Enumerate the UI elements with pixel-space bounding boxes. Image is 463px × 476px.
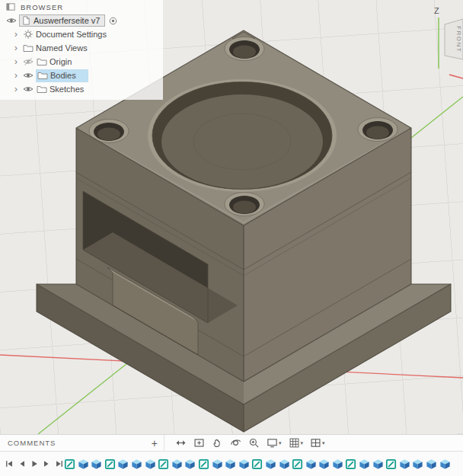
item-label: Document Settings	[36, 30, 107, 39]
extrude-icon	[332, 458, 343, 470]
bodies-selection-highlight[interactable]: Bodies	[36, 69, 88, 82]
timeline-feature-28-extrude[interactable]	[426, 458, 437, 470]
expand-chevron-icon[interactable]: ›	[12, 85, 20, 93]
browser-header[interactable]: BROWSER	[0, 0, 163, 14]
timeline-feature-19-extrude[interactable]	[305, 458, 317, 470]
expand-chevron-icon[interactable]: ›	[12, 58, 20, 65]
add-comment-button[interactable]: +	[152, 438, 158, 449]
timeline-feature-23-extrude[interactable]	[359, 458, 370, 470]
extrude-icon	[184, 458, 196, 470]
panel-icon	[6, 2, 16, 12]
timeline-feature-22-sketch[interactable]	[345, 458, 356, 470]
expand-chevron-icon[interactable]: ›	[12, 44, 20, 52]
timeline-feature-25-sketch[interactable]	[385, 458, 397, 470]
dropdown-caret-icon: ▾	[279, 440, 282, 446]
extrude-icon	[372, 458, 384, 470]
browser-item-bodies[interactable]: › Bodies	[0, 69, 163, 82]
timeline-feature-15-sketch[interactable]	[251, 458, 263, 470]
zoom-button[interactable]	[248, 437, 260, 449]
step-forward-button[interactable]	[42, 459, 51, 469]
timeline-feature-3-extrude[interactable]	[91, 458, 102, 470]
browser-panel: BROWSER Auswerferseite v7 › Document Set…	[0, 0, 163, 100]
comments-panel[interactable]: COMMENTS +	[0, 435, 164, 451]
skip-start-icon	[5, 459, 14, 468]
timeline-feature-21-extrude[interactable]	[332, 458, 343, 470]
visibility-eye-icon[interactable]	[22, 84, 34, 95]
visibility-eye-icon[interactable]	[22, 70, 34, 81]
browser-item-origin[interactable]: › Origin	[0, 55, 163, 69]
pan-icon	[175, 437, 187, 449]
timeline-bar	[0, 451, 463, 476]
bottom-bar: COMMENTS + ▾▾▾	[0, 434, 463, 451]
timeline-feature-20-extrude[interactable]	[318, 458, 330, 470]
timeline-feature-5-extrude[interactable]	[117, 458, 129, 470]
extrude-icon	[305, 458, 317, 470]
timeline-feature-24-extrude[interactable]	[372, 458, 384, 470]
browser-item-sketches[interactable]: › Sketches	[0, 82, 163, 96]
item-label: Named Views	[36, 43, 88, 53]
visibility-eye-off-icon[interactable]	[22, 56, 34, 68]
sketch-icon	[345, 458, 356, 470]
dropdown-caret-icon: ▾	[322, 440, 325, 446]
extrude-icon	[131, 458, 142, 470]
document-name-box[interactable]: Auswerferseite v7	[19, 14, 105, 27]
timeline-feature-18-sketch[interactable]	[292, 458, 303, 470]
timeline-feature-12-extrude[interactable]	[212, 458, 223, 470]
timeline-feature-27-extrude[interactable]	[412, 458, 423, 470]
visibility-eye-icon[interactable]	[5, 15, 17, 27]
timeline-feature-1-sketch[interactable]	[64, 458, 75, 470]
active-document-radio-icon[interactable]	[107, 15, 119, 27]
skip-end-button[interactable]	[55, 459, 64, 469]
timeline-feature-16-extrude[interactable]	[265, 458, 276, 470]
timeline-feature-9-extrude[interactable]	[171, 458, 183, 470]
sketch-icon	[292, 458, 303, 470]
hand-button[interactable]	[212, 437, 223, 449]
step-back-icon	[18, 459, 27, 468]
eye-icon	[23, 84, 34, 94]
viewcube[interactable]: Z FRONT	[423, 2, 463, 85]
extrude-icon	[412, 458, 423, 470]
browser-item-document[interactable]: Auswerferseite v7	[0, 14, 163, 27]
timeline-feature-7-extrude[interactable]	[145, 458, 156, 470]
sketch-icon	[104, 458, 116, 470]
timeline-feature-13-extrude[interactable]	[225, 458, 236, 470]
timeline-feature-14-extrude[interactable]	[238, 458, 250, 470]
viewports-button[interactable]: ▾	[310, 437, 325, 449]
sketch-icon	[158, 458, 169, 470]
timeline-feature-10-extrude[interactable]	[184, 458, 196, 470]
folder-icon	[22, 43, 34, 54]
nav-toolbar: ▾▾▾	[175, 437, 325, 449]
extrude-icon	[279, 458, 290, 470]
step-back-button[interactable]	[17, 459, 26, 469]
timeline-feature-29-extrude[interactable]	[439, 458, 451, 470]
fit-icon	[193, 437, 205, 449]
timeline-feature-2-extrude[interactable]	[78, 458, 89, 470]
expand-chevron-icon[interactable]: ›	[12, 72, 20, 79]
browser-item-named-views[interactable]: › Named Views	[0, 41, 163, 55]
timeline-feature-8-sketch[interactable]	[158, 458, 169, 470]
fit-button[interactable]	[193, 437, 205, 449]
timeline-feature-17-extrude[interactable]	[279, 458, 290, 470]
extrude-icon	[318, 458, 330, 470]
viewport-canvas[interactable]: BROWSER Auswerferseite v7 › Document Set…	[0, 0, 463, 434]
display-settings-button[interactable]: ▾	[267, 437, 282, 449]
play-button[interactable]	[30, 459, 39, 469]
browser-item-document-settings[interactable]: › Document Settings	[0, 27, 163, 41]
timeline-features	[64, 458, 463, 470]
timeline-feature-6-extrude[interactable]	[131, 458, 142, 470]
skip-end-icon	[55, 459, 64, 468]
play-icon	[30, 459, 39, 468]
extrude-icon	[238, 458, 250, 470]
timeline-feature-11-sketch[interactable]	[198, 458, 209, 470]
grid-snaps-button[interactable]: ▾	[289, 437, 304, 449]
expand-chevron-icon[interactable]: ›	[12, 30, 20, 38]
extrude-icon	[212, 458, 223, 470]
skip-start-button[interactable]	[5, 459, 14, 469]
timeline-feature-26-extrude[interactable]	[399, 458, 410, 470]
timeline-feature-4-sketch[interactable]	[104, 458, 116, 470]
orbit-button[interactable]	[230, 437, 241, 449]
extrude-icon	[265, 458, 276, 470]
sketch-icon	[198, 458, 209, 470]
fusion-window: BROWSER Auswerferseite v7 › Document Set…	[0, 0, 463, 476]
pan-button[interactable]	[175, 437, 187, 449]
